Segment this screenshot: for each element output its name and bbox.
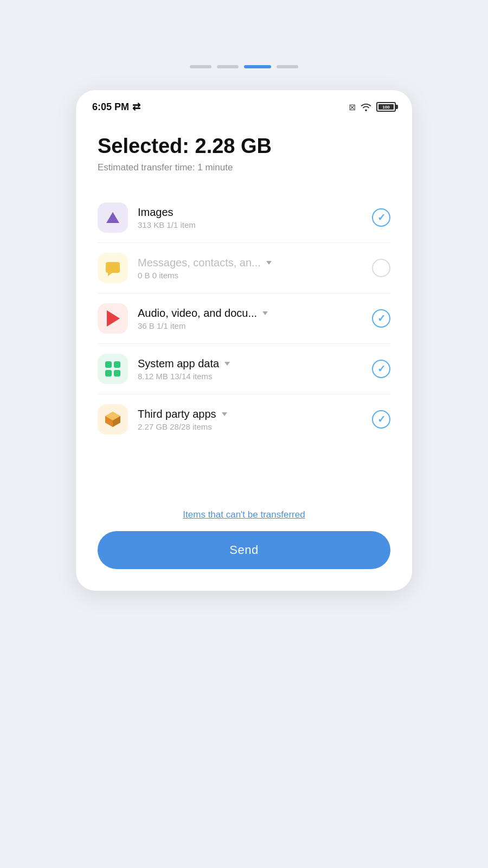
transfer-indicator-icon: ⇄ [132,101,140,113]
item-meta-images: 313 KB 1/1 item [138,220,372,229]
check-circle-audio[interactable]: ✓ [372,309,390,328]
item-info-audio: Audio, video, and docu... 36 B 1/1 item [138,307,372,330]
dropdown-arrow-messages [266,261,272,265]
item-info-third-party: Third party apps 2.27 GB 28/28 items [138,408,372,431]
item-info-messages: Messages, contacts, an... 0 B 0 items [138,257,372,280]
system-app-icon [98,354,128,384]
item-name-system: System app data [138,358,372,370]
status-time: 6:05 PM ⇄ [92,101,140,113]
list-item[interactable]: Messages, contacts, an... 0 B 0 items [98,243,390,293]
item-info-images: Images 313 KB 1/1 item [138,206,372,229]
check-circle-images[interactable]: ✓ [372,208,390,227]
dropdown-arrow-third-party [222,412,227,416]
svg-rect-6 [105,370,112,376]
list-item[interactable]: Third party apps 2.27 GB 28/28 items ✓ [98,394,390,444]
item-name-third-party: Third party apps [138,408,372,420]
svg-marker-3 [107,310,120,327]
item-name-messages: Messages, contacts, an... [138,257,372,269]
screenshot-icon: ⊠ [349,102,356,112]
svg-rect-7 [114,370,120,376]
item-meta-messages: 0 B 0 items [138,271,372,280]
phone-card: 6:05 PM ⇄ ⊠ 100 Selected: 2.28 GB Estima… [76,90,412,591]
item-meta-audio: 36 B 1/1 item [138,321,372,330]
page-indicators [190,65,298,68]
page-dot-2[interactable] [217,65,239,68]
page-dot-1[interactable] [190,65,211,68]
svg-rect-5 [114,361,120,368]
audio-icon [98,303,128,334]
status-bar: 6:05 PM ⇄ ⊠ 100 [76,90,412,118]
item-meta-system: 8.12 MB 13/14 items [138,372,372,381]
images-icon [98,202,128,233]
checkmark-audio: ✓ [377,312,386,324]
item-name-audio: Audio, video, and docu... [138,307,372,320]
svg-rect-4 [105,361,112,368]
item-name-images: Images [138,206,372,219]
check-circle-third-party[interactable]: ✓ [372,410,390,429]
battery-icon: 100 [376,102,396,112]
list-item[interactable]: Images 313 KB 1/1 item ✓ [98,193,390,243]
dropdown-arrow-system [224,362,230,366]
status-icons: ⊠ 100 [349,102,396,112]
check-circle-system[interactable]: ✓ [372,360,390,378]
svg-marker-2 [108,273,112,276]
item-info-system: System app data 8.12 MB 13/14 items [138,358,372,381]
footer: Items that can't be transferred Send [76,499,412,591]
svg-marker-0 [106,212,119,223]
checkmark-third-party: ✓ [377,413,386,425]
battery-fill: 100 [378,104,394,110]
item-meta-third-party: 2.27 GB 28/28 items [138,422,372,431]
main-content: Selected: 2.28 GB Estimated transfer tim… [76,118,412,455]
battery-level: 100 [382,105,389,110]
transfer-list: Images 313 KB 1/1 item ✓ [98,193,390,444]
selected-title: Selected: 2.28 GB [98,135,390,158]
page-dot-4[interactable] [277,65,298,68]
messages-icon [98,253,128,283]
list-item[interactable]: System app data 8.12 MB 13/14 items ✓ [98,344,390,394]
checkmark-images: ✓ [377,212,386,224]
svg-rect-1 [106,262,120,273]
send-button[interactable]: Send [98,531,390,569]
cant-transfer-link[interactable]: Items that can't be transferred [183,509,305,520]
third-party-icon [98,404,128,435]
list-item[interactable]: Audio, video, and docu... 36 B 1/1 item … [98,293,390,344]
page-dot-3[interactable] [244,65,271,68]
estimated-time: Estimated transfer time: 1 minute [98,162,390,173]
dropdown-arrow-audio [262,311,268,315]
wifi-icon [360,103,372,111]
checkmark-system: ✓ [377,363,386,375]
check-circle-messages[interactable] [372,259,390,277]
time-display: 6:05 PM [92,101,129,113]
